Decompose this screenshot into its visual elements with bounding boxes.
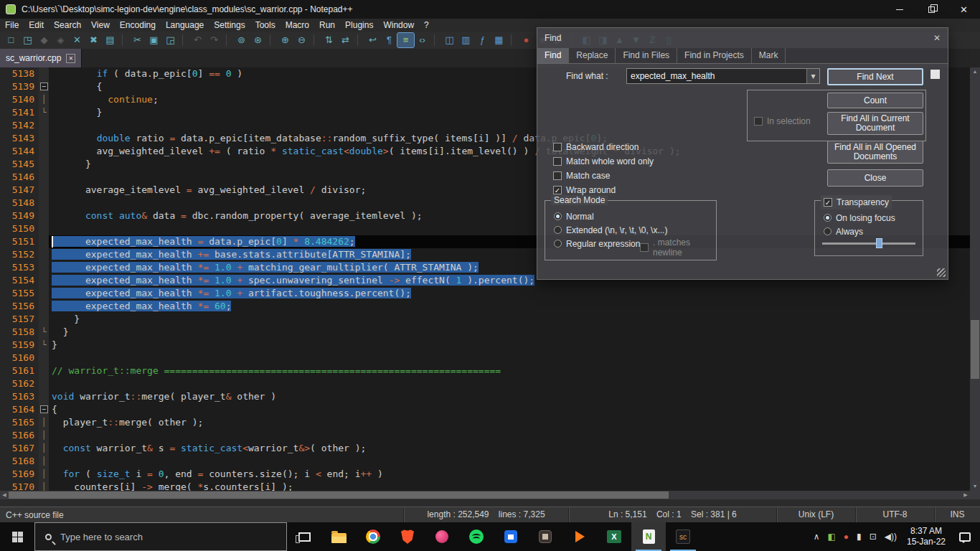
battery-icon[interactable]: ▮ [857, 532, 862, 542]
store-app-icon[interactable] [494, 522, 528, 551]
search-mode-normal-radio-dot[interactable] [554, 212, 562, 220]
status-insert-mode[interactable]: INS [934, 507, 980, 522]
menu-item-run[interactable]: Run [314, 19, 340, 32]
find-next-button[interactable]: Find Next [827, 68, 923, 85]
excel-icon[interactable]: X [597, 522, 631, 551]
match-whole-word-checkbox[interactable]: Match whole word only [553, 154, 654, 169]
code-text[interactable]: const warrior_t& s = static_cast<warrior… [49, 442, 970, 455]
save-icon[interactable]: ◆ [36, 33, 52, 47]
sync-vertical-icon[interactable]: ⇅ [321, 33, 337, 47]
file-explorer-icon[interactable] [321, 522, 356, 551]
user-defined-language-icon[interactable]: ‹› [414, 33, 430, 47]
vertical-scrollbar-thumb[interactable] [971, 320, 979, 379]
horizontal-scrollbar-thumb[interactable] [9, 491, 669, 499]
simulationcraft-icon[interactable]: sc [666, 522, 700, 551]
indent-guide-icon[interactable]: ≡ [397, 33, 414, 47]
sync-horizontal-icon[interactable]: ⇄ [337, 33, 354, 47]
fold-collapse-icon[interactable]: − [40, 405, 48, 413]
tab-sc-warrior-cpp[interactable]: sc_warrior.cpp✕ [0, 49, 82, 67]
menu-item-plugins[interactable]: Plugins [340, 19, 378, 32]
code-text[interactable]: player_t::merge( other ); [49, 416, 970, 429]
scroll-right-arrow-icon[interactable]: ▶ [961, 491, 970, 499]
new-file-icon[interactable]: □ [3, 33, 19, 47]
restore-button[interactable] [915, 0, 948, 19]
combobox-dropdown-icon[interactable]: ▾ [806, 69, 819, 83]
wrap-around-checkbox-box[interactable]: ✓ [553, 186, 562, 194]
match-case-checkbox-box[interactable] [553, 171, 562, 180]
menu-item-edit[interactable]: Edit [24, 19, 49, 32]
code-text[interactable]: counters[i] -> merge( *s.counters[i] ); [49, 481, 970, 491]
code-text[interactable]: } [49, 339, 970, 352]
find-dialog-tab-mark[interactable]: Mark [752, 48, 786, 63]
menu-item-file[interactable]: File [0, 19, 24, 32]
dark-app-icon[interactable] [528, 522, 562, 551]
find-dialog-tab-replace[interactable]: Replace [569, 48, 616, 63]
dialog-resize-grip[interactable] [937, 268, 946, 277]
code-text[interactable]: } [49, 313, 970, 326]
close-button[interactable]: Close [827, 169, 923, 187]
transparency-checkbox-box[interactable]: ✓ [824, 198, 832, 207]
scroll-down-arrow-icon[interactable]: ▼ [970, 482, 980, 491]
matches-newline-checkbox[interactable]: . matches newline [640, 240, 716, 255]
search-mode-extended-radio-dot[interactable] [554, 226, 562, 234]
zoom-in-icon[interactable]: ⊕ [277, 33, 293, 47]
in-selection-checkbox-box[interactable] [754, 117, 763, 126]
document-list-icon[interactable]: ▥ [458, 33, 474, 47]
find-dialog-title-bar[interactable]: Find ✕ [537, 28, 948, 48]
menu-item-macro[interactable]: Macro [281, 19, 314, 32]
transparency-always-radio[interactable]: Always [824, 225, 895, 238]
match-case-checkbox[interactable]: Match case [553, 169, 654, 183]
save-all-icon[interactable]: ◈ [52, 33, 69, 47]
word-wrap-icon[interactable]: ↩ [364, 33, 381, 47]
document-map-icon[interactable]: ◫ [441, 33, 458, 47]
match-whole-word-checkbox-box[interactable] [553, 157, 562, 166]
code-text[interactable] [49, 377, 970, 390]
close-file-icon[interactable]: ✕ [69, 33, 85, 47]
scroll-left-arrow-icon[interactable]: ◀ [0, 491, 9, 499]
code-text[interactable] [49, 429, 970, 442]
code-text[interactable] [49, 455, 970, 468]
start-button[interactable] [0, 522, 34, 551]
code-text[interactable]: for ( size_t i = 0, end = counters.size(… [49, 468, 970, 481]
tray-app-icon-1[interactable]: ◧ [827, 532, 835, 542]
taskbar-search-input[interactable]: Type here to search [34, 522, 287, 551]
brave-icon[interactable] [390, 522, 425, 551]
backward-direction-checkbox[interactable]: Backward direction [553, 140, 654, 154]
cut-icon[interactable]: ✂ [129, 33, 146, 47]
undo-icon[interactable]: ↶ [189, 33, 206, 47]
menu-item-window[interactable]: Window [378, 19, 419, 32]
vertical-scrollbar[interactable]: ▲ ▼ [970, 67, 980, 491]
scroll-up-arrow-icon[interactable]: ▲ [970, 67, 980, 76]
find-dialog-tab-find-in-projects[interactable]: Find in Projects [677, 48, 752, 63]
spotify-icon[interactable] [459, 522, 494, 551]
close-button[interactable]: ✕ [948, 0, 980, 19]
code-text[interactable]: expected_max_health *= 1.0 + artifact.to… [49, 287, 970, 300]
replace-icon[interactable]: ⊛ [250, 33, 266, 47]
open-file-icon[interactable]: ◳ [19, 33, 36, 47]
transparency-on-losing-focus-radio-dot[interactable] [824, 214, 831, 222]
find-dialog-tab-find-in-files[interactable]: Find in Files [616, 48, 677, 63]
find-dialog-tab-find[interactable]: Find [537, 48, 569, 63]
search-mode-normal-radio[interactable]: Normal [554, 209, 667, 223]
paste-icon[interactable]: ◲ [162, 33, 179, 47]
hidden-icons-chevron[interactable]: ∧ [814, 532, 820, 542]
movies-tv-icon[interactable] [562, 522, 597, 551]
horizontal-scrollbar[interactable]: ◀ ▶ [0, 491, 970, 499]
copy-icon[interactable]: ▣ [146, 33, 162, 47]
fold-marker[interactable]: − [39, 403, 49, 416]
in-selection-checkbox[interactable]: In selection [754, 114, 811, 128]
network-icon[interactable]: ⊡ [870, 532, 877, 542]
show-all-characters-icon[interactable]: ¶ [381, 33, 397, 47]
transparency-slider-thumb[interactable] [876, 238, 882, 248]
transparency-on-losing-focus-radio[interactable]: On losing focus [824, 211, 895, 225]
code-text[interactable]: expected_max_health *= 60; [49, 300, 970, 313]
function-list-icon[interactable]: ƒ [474, 33, 491, 47]
find-what-value[interactable]: expected_max_health [627, 71, 806, 81]
action-center-button[interactable] [950, 522, 980, 551]
task-view-button[interactable] [287, 522, 321, 551]
redo-icon[interactable]: ↷ [206, 33, 222, 47]
menu-item-settings[interactable]: Settings [209, 19, 250, 32]
transparency-always-radio-dot[interactable] [824, 227, 831, 235]
pink-app-icon[interactable] [425, 522, 459, 551]
print-icon[interactable]: ▤ [102, 33, 118, 47]
